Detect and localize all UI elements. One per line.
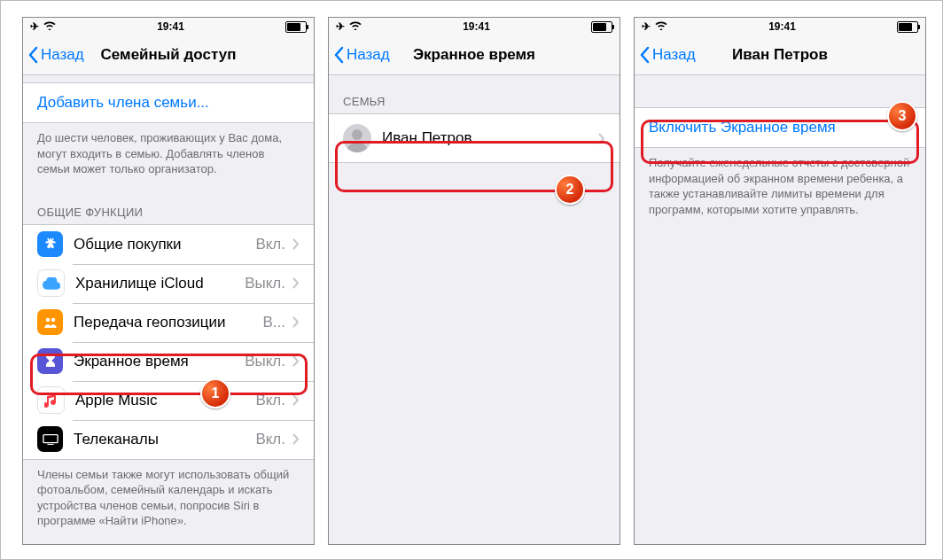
add-family-footer: До шести человек, проживающих у Вас дома… <box>23 123 314 190</box>
row-value: Выкл. <box>245 275 285 292</box>
chevron-left-icon <box>640 46 651 64</box>
back-label: Назад <box>41 46 84 64</box>
icloud-icon <box>37 269 65 297</box>
music-icon <box>37 386 65 414</box>
chevron-right-icon <box>292 433 300 445</box>
back-label: Назад <box>347 46 390 64</box>
family-member-row[interactable]: Иван Петров <box>329 114 620 162</box>
shared-functions-footer: Члены семьи также могут использовать общ… <box>23 460 314 541</box>
row-location-sharing[interactable]: Передача геопозиции В... <box>23 303 314 342</box>
status-bar: ✈︎ 19:41 <box>635 18 925 35</box>
hourglass-icon <box>37 348 63 374</box>
chevron-right-icon <box>292 355 300 367</box>
member-name: Иван Петров <box>382 129 591 147</box>
status-bar: ✈︎ 19:41 <box>329 18 620 35</box>
airplane-icon: ✈︎ <box>30 20 39 33</box>
family-header: СЕМЬЯ <box>329 75 620 113</box>
chevron-right-icon <box>292 238 300 250</box>
chevron-right-icon <box>292 394 300 406</box>
row-value: Вкл. <box>255 392 285 409</box>
row-screen-time[interactable]: Экранное время Выкл. <box>23 342 314 381</box>
svg-rect-3 <box>47 444 53 445</box>
status-time: 19:41 <box>463 20 490 33</box>
svg-point-4 <box>352 129 362 140</box>
row-icloud[interactable]: Хранилище iCloud Выкл. <box>23 264 314 303</box>
row-label: Общие покупки <box>74 236 250 253</box>
battery-icon <box>897 21 918 33</box>
chevron-left-icon <box>28 46 39 64</box>
chevron-right-icon <box>598 133 605 144</box>
back-label: Назад <box>652 46 696 64</box>
family-members-list: Иван Петров <box>329 113 620 163</box>
row-value: Вкл. <box>255 431 285 448</box>
status-bar: ✈︎ 19:41 <box>23 18 314 35</box>
tutorial-three-screens: ✈︎ 19:41 Назад Семейный доступ Добавить … <box>0 0 943 560</box>
back-button[interactable]: Назад <box>28 46 84 64</box>
row-label: Передача геопозиции <box>74 314 257 331</box>
family-icon <box>37 309 63 335</box>
tv-icon <box>37 426 63 452</box>
wifi-icon <box>655 20 667 33</box>
add-family-member-button[interactable]: Добавить члена семьи... <box>23 82 314 123</box>
row-label: Apple Music <box>75 392 250 409</box>
row-apple-music[interactable]: Apple Music Вкл. <box>23 381 314 420</box>
shared-functions-header: ОБЩИЕ ФУНКЦИИ <box>23 190 314 224</box>
status-time: 19:41 <box>768 20 796 33</box>
svg-rect-2 <box>43 434 57 442</box>
row-value: В... <box>262 314 285 331</box>
phone-screen-1: ✈︎ 19:41 Назад Семейный доступ Добавить … <box>22 17 315 545</box>
row-label: Экранное время <box>74 353 239 370</box>
nav-bar: Назад Семейный доступ <box>23 35 314 75</box>
row-value: Выкл. <box>245 353 285 370</box>
back-button[interactable]: Назад <box>640 46 696 64</box>
svg-point-0 <box>45 317 50 322</box>
enable-screen-time-button[interactable]: Включить Экранное время <box>635 107 925 148</box>
battery-icon <box>591 21 612 33</box>
airplane-icon: ✈︎ <box>642 20 651 33</box>
back-button[interactable]: Назад <box>334 46 390 64</box>
enable-screen-time-footer: Получайте еженедельные отчеты с достовер… <box>635 148 925 229</box>
row-label: Хранилище iCloud <box>75 275 239 292</box>
phone-screen-2: ✈︎ 19:41 Назад Экранное время СЕМЬЯ <box>328 17 620 545</box>
airplane-icon: ✈︎ <box>336 20 345 33</box>
row-label: Телеканалы <box>74 431 250 448</box>
appstore-icon <box>37 231 63 257</box>
status-time: 19:41 <box>157 20 184 33</box>
row-purchases[interactable]: Общие покупки Вкл. <box>23 225 314 264</box>
nav-bar: Назад Иван Петров <box>635 35 925 75</box>
shared-functions-list: Общие покупки Вкл. Хранилище iCloud Выкл… <box>23 224 314 460</box>
wifi-icon <box>43 20 56 33</box>
phone-screen-3: ✈︎ 19:41 Назад Иван Петров Включить Экра… <box>634 17 926 545</box>
battery-icon <box>285 21 307 33</box>
chevron-right-icon <box>292 316 300 328</box>
svg-point-1 <box>51 317 55 322</box>
chevron-left-icon <box>334 46 345 64</box>
nav-bar: Назад Экранное время <box>329 35 620 75</box>
row-tv-channels[interactable]: Телеканалы Вкл. <box>23 420 314 459</box>
chevron-right-icon <box>292 277 300 289</box>
avatar-icon <box>343 124 371 152</box>
wifi-icon <box>349 20 362 33</box>
row-value: Вкл. <box>255 236 285 253</box>
